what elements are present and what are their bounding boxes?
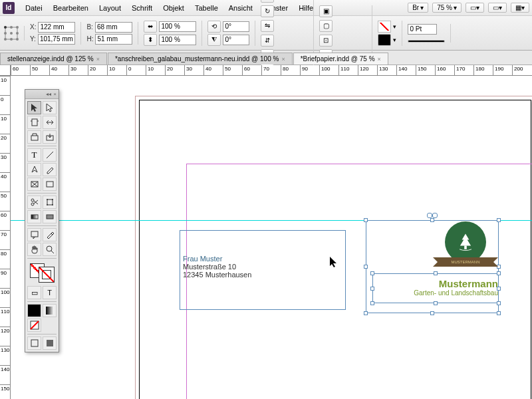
resize-handle[interactable] <box>434 271 438 275</box>
apply-gradient-icon[interactable] <box>43 304 57 317</box>
address-text-frame[interactable]: Frau Muster Musterstraße 10 12345 Muster… <box>180 230 346 310</box>
rectangle-tool[interactable] <box>43 178 57 191</box>
hand-tool[interactable] <box>27 243 41 256</box>
type-tool[interactable]: T <box>27 148 41 162</box>
apply-color-icon[interactable] <box>27 304 41 317</box>
zoom-tool[interactable] <box>43 243 57 256</box>
menu-ansicht[interactable]: Ansicht <box>223 4 258 12</box>
resize-handle[interactable] <box>497 271 501 275</box>
document-tab-bar: stellenanzeige.indd @ 125 %× *anschreibe… <box>0 51 532 65</box>
resize-handle[interactable] <box>430 311 434 315</box>
resize-handle[interactable] <box>370 287 374 291</box>
stroke-color[interactable] <box>39 267 54 282</box>
tab-briefpapier[interactable]: *Briefpapier.indd @ 75 %× <box>293 53 388 65</box>
rectangle-frame-tool[interactable] <box>27 178 41 191</box>
gradient-feather-tool[interactable] <box>43 210 57 223</box>
stroke-swatch[interactable] <box>378 34 391 46</box>
resize-handle[interactable] <box>370 271 374 275</box>
page-tool[interactable] <box>27 116 41 129</box>
resize-handle[interactable] <box>370 301 374 305</box>
scissors-tool[interactable] <box>27 196 41 209</box>
formatting-text-icon[interactable]: T <box>43 286 57 299</box>
center-content-icon[interactable]: ⊡ <box>319 35 332 47</box>
stroke-weight-input[interactable] <box>408 24 437 35</box>
canvas[interactable]: Frau Muster Musterstraße 10 12345 Muster… <box>11 76 532 399</box>
logo-group[interactable]: MUSTERMANN <box>432 221 499 267</box>
resize-handle[interactable] <box>364 218 368 222</box>
bridge-button[interactable]: Br ▾ <box>408 3 428 13</box>
resize-handle[interactable] <box>497 301 501 305</box>
scale-x-input[interactable] <box>159 21 196 32</box>
formatting-container-icon[interactable]: ▭ <box>27 286 41 299</box>
arrange-docs[interactable]: ▦▾ <box>511 3 529 13</box>
menu-schrift[interactable]: Schrift <box>126 4 158 12</box>
gradient-swatch-tool[interactable] <box>27 210 41 223</box>
close-icon[interactable]: × <box>281 56 285 63</box>
svg-rect-26 <box>31 215 38 219</box>
brand-text-frame[interactable]: Mustermann Garten- und Landschaftsbau <box>372 273 499 303</box>
view-options[interactable]: ▭▾ <box>466 3 484 13</box>
view-mode-preview[interactable] <box>43 336 57 350</box>
svg-point-7 <box>4 38 7 41</box>
note-tool[interactable] <box>27 228 41 241</box>
y-input[interactable] <box>38 34 75 45</box>
pencil-tool[interactable] <box>43 163 57 176</box>
w-input[interactable] <box>95 22 132 33</box>
content-collector-tool[interactable] <box>27 130 41 144</box>
free-transform-tool[interactable] <box>43 196 57 209</box>
screen-mode[interactable]: ▭▾ <box>488 3 507 13</box>
tools-panel-header[interactable]: ◂◂× <box>25 90 59 99</box>
collapse-icon[interactable]: ◂◂ <box>46 91 51 97</box>
apply-none-icon[interactable] <box>27 319 41 332</box>
fill-stroke-swatch[interactable] <box>29 262 55 283</box>
gap-tool[interactable] <box>43 116 57 129</box>
rotate-input[interactable] <box>223 21 249 32</box>
rotate-ccw-icon[interactable]: ↺ <box>261 0 274 3</box>
fit-content-icon[interactable]: ▣ <box>319 5 332 17</box>
stroke-style[interactable] <box>408 40 445 43</box>
svg-line-14 <box>47 152 53 158</box>
fill-swatch[interactable] <box>378 21 391 33</box>
menu-objekt[interactable]: Objekt <box>158 4 190 12</box>
flip-v-icon[interactable]: ⇵ <box>261 35 274 47</box>
close-icon[interactable]: × <box>378 56 381 63</box>
menu-tabelle[interactable]: Tabelle <box>190 4 223 12</box>
menu-datei[interactable]: Datei <box>20 4 48 12</box>
resize-handle[interactable] <box>497 311 501 315</box>
h-input[interactable] <box>95 34 132 45</box>
ruler-origin[interactable] <box>0 65 11 76</box>
view-mode-normal[interactable] <box>27 336 41 350</box>
rotation-handle[interactable] <box>427 213 438 218</box>
tab-anschreiben[interactable]: *anschreiben_galabau_mustermann-neu.indd… <box>108 53 293 65</box>
shear-input[interactable] <box>223 35 249 45</box>
ruler-horizontal[interactable]: 6050403020100102030405060708090100110120… <box>11 65 532 76</box>
scale-x-icon: ⬌ <box>144 21 157 33</box>
tab-stellenanzeige[interactable]: stellenanzeige.indd @ 125 %× <box>0 53 107 65</box>
reference-point[interactable] <box>4 26 25 41</box>
direct-selection-tool[interactable] <box>43 101 57 114</box>
eyedropper-tool[interactable] <box>43 228 57 241</box>
menu-layout[interactable]: Layout <box>94 4 126 12</box>
zoom-level[interactable]: 75 % ▾ <box>432 3 462 13</box>
resize-handle[interactable] <box>497 287 501 291</box>
tools-panel[interactable]: ◂◂× T ▭ T <box>25 89 59 352</box>
ruler-vertical[interactable]: 100102030405060708090100110120130140150 <box>0 76 11 399</box>
resize-handle[interactable] <box>364 311 368 315</box>
close-icon[interactable]: × <box>96 56 100 63</box>
resize-handle[interactable] <box>364 265 368 269</box>
svg-rect-31 <box>46 307 54 315</box>
resize-handle[interactable] <box>434 301 438 305</box>
page[interactable]: Frau Muster Musterstraße 10 12345 Muster… <box>139 100 531 399</box>
svg-line-30 <box>51 251 54 253</box>
rotate-cw-icon[interactable]: ↻ <box>261 5 274 17</box>
x-input[interactable] <box>38 22 75 33</box>
content-placer-tool[interactable] <box>43 130 57 144</box>
fit-frame-icon[interactable]: ▢ <box>319 20 332 32</box>
flip-h-icon[interactable]: ⇋ <box>261 20 274 32</box>
line-tool[interactable] <box>43 148 57 162</box>
close-icon[interactable]: × <box>53 91 57 97</box>
selection-tool[interactable] <box>27 101 41 114</box>
pen-tool[interactable] <box>27 163 41 176</box>
scale-y-input[interactable] <box>159 35 196 45</box>
menu-bearbeiten[interactable]: Bearbeiten <box>48 4 94 12</box>
